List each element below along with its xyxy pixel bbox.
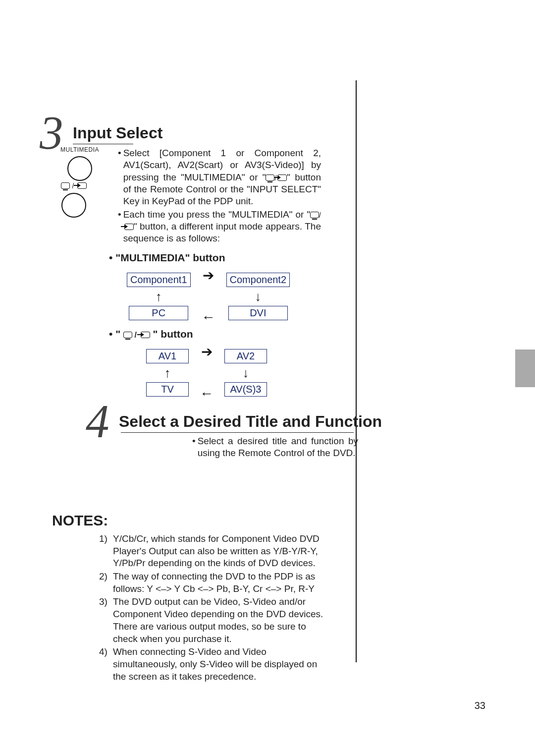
arrow-up-icon: ↑	[156, 290, 162, 303]
arrow-left-icon: ←	[202, 310, 215, 324]
box: AV2	[224, 349, 267, 363]
text: • "	[109, 328, 120, 340]
tv-icon	[61, 182, 70, 189]
manual-page: 33 3 Input Select MULTIMEDIA / • Select …	[0, 0, 535, 756]
step-title: Select a Desired Title and Function	[119, 412, 382, 431]
bullet: • Each time you press the "MULTIMEDIA" o…	[118, 209, 321, 245]
vertical-rule	[356, 80, 357, 662]
bullet: • Select [Component 1 or Component 2, AV…	[118, 147, 321, 208]
note-text: The DVD output can be Video, S-Video and…	[113, 596, 332, 645]
note-item: 4) When connecting S-Video and Video sim…	[99, 646, 332, 683]
note-item: 3) The DVD output can be Video, S-Video …	[99, 596, 332, 645]
note-num: 1)	[99, 533, 113, 570]
button-circle	[61, 193, 86, 218]
step-rule	[73, 144, 133, 144]
input-icon	[77, 182, 87, 189]
step4-body: • Select a desired title and function by…	[192, 435, 358, 460]
box: AV(S)3	[224, 382, 267, 397]
tv-input-icons: /	[60, 181, 87, 190]
arrow-up-icon: ↑	[164, 366, 171, 379]
step3-body: • Select [Component 1 or Component 2, AV…	[118, 147, 321, 245]
remote-multimedia-label: MULTIMEDIA	[60, 146, 99, 153]
input-heading: • " / " button	[109, 328, 193, 340]
note-text: The way of connecting the DVD to the PDP…	[113, 571, 332, 595]
note-num: 2)	[99, 571, 113, 595]
arrow-down-icon: ↓	[243, 366, 249, 379]
box: Component1	[127, 273, 191, 287]
text: " button, a different input mode appears…	[123, 221, 321, 243]
note-text: Y/Cb/Cr, which stands for Component Vide…	[113, 533, 332, 570]
step-title: Input Select	[73, 124, 162, 142]
arrow-right-icon: ➔	[200, 345, 214, 359]
page-number: 33	[475, 700, 485, 711]
box: TV	[146, 382, 189, 397]
input-icon	[141, 332, 150, 338]
arrow-left-icon: ←	[200, 387, 214, 401]
arrow-down-icon: ↓	[255, 290, 261, 303]
tv-icon	[310, 212, 319, 218]
button-circle	[67, 156, 92, 181]
arrow-right-icon: ➔	[202, 269, 215, 283]
text: Select a desired title and function by u…	[198, 435, 358, 460]
input-diagram: AV1 ↑ TV ➔ ← AV2 ↓ AV(S)3	[146, 345, 267, 401]
text: Each time you press the "MULTIMEDIA" or …	[123, 209, 310, 220]
input-icon	[277, 174, 287, 181]
remote-input-select: /	[60, 181, 87, 218]
box: PC	[129, 306, 188, 320]
notes-title: NOTES:	[52, 512, 108, 529]
multimedia-diagram: Component1 ↑ PC ➔ ← Component2 ↓ DVI	[127, 269, 290, 324]
text: " button	[153, 328, 193, 340]
step-number: 4	[86, 407, 109, 436]
tv-icon	[266, 174, 274, 181]
input-icon	[124, 224, 134, 230]
tv-icon	[123, 332, 132, 338]
box: Component2	[226, 273, 290, 287]
multimedia-heading: • "MULTIMEDIA" button	[109, 252, 225, 264]
note-item: 2) The way of connecting the DVD to the …	[99, 571, 332, 595]
remote-multimedia: MULTIMEDIA	[60, 146, 99, 181]
note-num: 4)	[99, 646, 113, 683]
note-text: When connecting S-Video and Video simult…	[113, 646, 332, 683]
step-number: 3	[40, 119, 63, 147]
side-tab	[515, 349, 535, 387]
note-num: 3)	[99, 596, 113, 645]
note-item: 1) Y/Cb/Cr, which stands for Component V…	[99, 533, 332, 570]
box: DVI	[228, 306, 288, 320]
box: AV1	[146, 349, 189, 363]
notes-list: 1) Y/Cb/Cr, which stands for Component V…	[99, 533, 332, 684]
step-rule	[121, 432, 354, 433]
